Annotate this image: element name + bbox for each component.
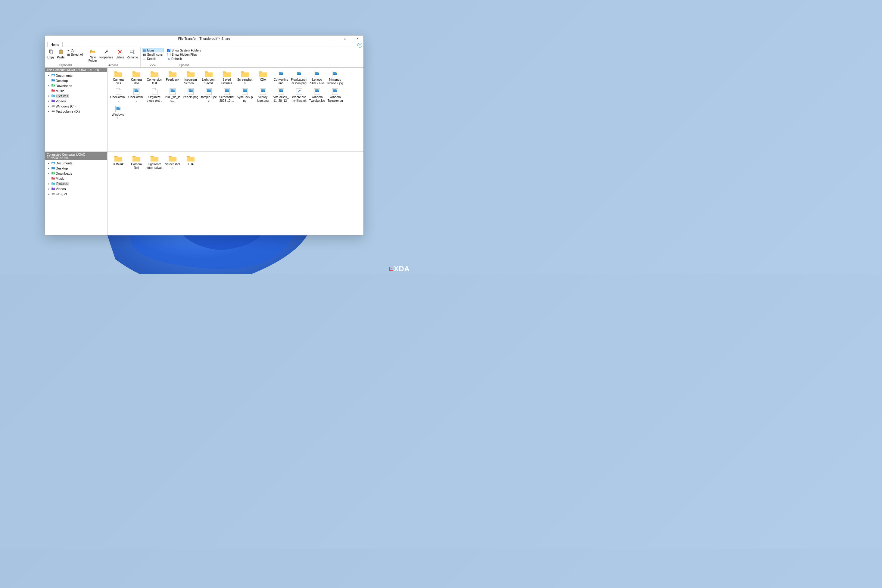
tree-item-os-c-[interactable]: ▸OS (C:) <box>45 192 107 196</box>
file-item[interactable]: 3DMark <box>110 154 127 170</box>
tree-item-desktop[interactable]: ▸Desktop <box>45 166 107 171</box>
folder-icon <box>186 70 195 78</box>
file-item[interactable]: Screenshots <box>164 154 181 170</box>
refresh-button[interactable]: ↻Refresh <box>166 57 201 61</box>
folder-icon <box>168 70 177 78</box>
tree-caret-icon[interactable]: ▸ <box>47 74 50 77</box>
tree-label: Music <box>56 89 64 93</box>
tree-item-videos[interactable]: ▸Videos <box>45 99 107 104</box>
file-grid-top[interactable]: Camera picsCamera RollConversion testFee… <box>108 68 363 151</box>
tree-item-music[interactable]: Music <box>45 176 107 181</box>
file-item[interactable]: VirtualBox_11_20_12_2... <box>272 87 290 103</box>
file-item[interactable]: FlowLauncher icon.png <box>290 69 308 86</box>
close-button[interactable]: ✕ <box>351 36 363 42</box>
file-label: Lenovo Slim 7 Pro X di... <box>309 78 325 85</box>
tree-caret-icon[interactable]: ▸ <box>47 110 50 112</box>
view-small-icons-button[interactable]: ▤Small Icons <box>142 53 164 57</box>
tree-caret-icon[interactable]: ▸ <box>47 94 50 97</box>
file-item[interactable]: Camera Roll <box>128 154 145 170</box>
file-item[interactable]: Saved Pictures <box>218 69 236 86</box>
tree-item-pictures[interactable]: ▸Pictures <box>45 181 107 186</box>
tree-caret-icon[interactable]: ▸ <box>47 193 50 195</box>
file-item[interactable]: XDA <box>182 154 200 170</box>
file-item[interactable]: SyncBack.png <box>236 87 254 103</box>
tree-item-documents[interactable]: ▸Documents <box>45 161 107 166</box>
tree-item-windows-c-[interactable]: ▸Windows (C:) <box>45 104 107 109</box>
view-icons-button[interactable]: ▦Icons <box>142 48 164 52</box>
show-system-folders-checkbox[interactable]: Show System Folders <box>166 48 201 52</box>
tree-caret-icon[interactable]: ▸ <box>47 167 50 170</box>
tree-caret-icon[interactable]: ▸ <box>47 162 50 165</box>
file-item[interactable]: Camera pics <box>110 69 127 86</box>
paste-button[interactable]: Paste <box>56 48 66 60</box>
file-item[interactable]: Conversion test <box>146 69 163 86</box>
tree-item-pictures[interactable]: ▸Pictures <box>45 93 107 99</box>
tree-caret-icon[interactable]: ▸ <box>47 100 50 102</box>
tree-item-music[interactable]: Music <box>45 88 107 93</box>
svg-point-52 <box>282 89 282 90</box>
delete-button[interactable]: Delete <box>114 48 126 60</box>
select-all-button[interactable]: ▦Select All <box>66 53 85 57</box>
file-item[interactable]: OneComm... <box>128 87 145 103</box>
tree-label: Test volume (D:) <box>56 110 80 113</box>
file-item[interactable]: Screenshots <box>236 69 254 86</box>
file-item[interactable]: PeaZip.png <box>182 87 200 103</box>
file-item[interactable]: Windows-1... <box>110 105 127 121</box>
tree-item-test-volume-d-[interactable]: ▸Test volume (D:) <box>45 109 107 114</box>
file-item[interactable]: Screenshot 2023-12-... <box>218 87 236 103</box>
rename-button[interactable]: Rename <box>126 48 140 60</box>
file-item[interactable]: Organize these pict... <box>146 87 163 103</box>
folder-vid-icon <box>51 99 55 103</box>
tree-caret-icon[interactable]: ▸ <box>47 183 50 185</box>
file-item[interactable]: Icecream Screen ... <box>182 69 200 86</box>
image-icon <box>330 88 340 96</box>
tree-caret-icon[interactable]: ▸ <box>47 188 50 190</box>
file-item[interactable]: Feedback <box>164 69 181 86</box>
file-item[interactable]: Lightroom Saved Photos <box>200 69 218 86</box>
folder-icon <box>114 70 123 78</box>
file-grid-bottom[interactable]: 3DMarkCamera RollLightroom fotos salvasS… <box>108 152 363 236</box>
file-item[interactable]: Nintendo store-12.jpg <box>326 69 344 86</box>
file-item[interactable]: PDF_file_ico... <box>164 87 181 103</box>
file-item[interactable]: XDA <box>254 69 272 86</box>
view-details-button[interactable]: ☰Details <box>142 57 164 61</box>
tree-item-videos[interactable]: ▸Videos <box>45 186 107 192</box>
file-label: Screenshots <box>237 78 253 85</box>
file-item[interactable]: Where are my files.lnk <box>290 87 308 103</box>
file-item[interactable]: Camera Roll <box>128 69 145 86</box>
help-button[interactable]: ? <box>357 43 362 48</box>
tree-item-documents[interactable]: ▸Documents <box>45 73 107 78</box>
file-item[interactable]: Ventoy logo.png <box>254 87 272 103</box>
copy-button[interactable]: Copy <box>46 48 56 60</box>
tree-label: Desktop <box>56 79 68 82</box>
file-label: OneComm... <box>128 96 144 103</box>
svg-point-37 <box>191 89 192 90</box>
show-hidden-files-checkbox[interactable]: Show Hidden Files <box>166 53 201 57</box>
properties-button[interactable]: Properties <box>98 48 114 60</box>
file-item[interactable]: Converting and renam... <box>272 69 290 86</box>
tree-label: Videos <box>56 187 66 190</box>
file-item[interactable]: Lenovo Slim 7 Pro X di... <box>308 69 326 86</box>
tree-caret-icon[interactable]: ▸ <box>47 172 50 175</box>
tree-caret-icon[interactable]: ▸ <box>47 84 50 87</box>
file-item[interactable]: Lightroom fotos salvas <box>146 154 163 170</box>
file-item[interactable]: OneComm... <box>110 87 127 103</box>
file-label: Feedback <box>166 78 179 82</box>
file-item[interactable]: Winaero Tweaker.ico <box>308 87 326 103</box>
folder-doc-icon <box>51 73 55 78</box>
folder-icon <box>240 70 250 78</box>
tab-home[interactable]: Home <box>47 42 63 47</box>
tree-caret-icon[interactable]: ▸ <box>47 105 50 108</box>
svg-rect-1 <box>50 51 53 54</box>
file-item[interactable]: Winaero Tweaker.png <box>326 87 344 103</box>
file-item[interactable]: sample1.jpeg <box>200 87 218 103</box>
tree-item-downloads[interactable]: ▸Downloads <box>45 83 107 88</box>
cut-button[interactable]: ✂Cut <box>66 48 85 52</box>
link-icon <box>294 88 304 96</box>
tree-item-desktop[interactable]: Desktop <box>45 78 107 83</box>
new-folder-button[interactable]: New Folder <box>87 48 98 63</box>
minimize-button[interactable]: — <box>327 36 339 42</box>
tree-item-downloads[interactable]: ▸Downloads <box>45 171 107 176</box>
maximize-button[interactable]: □ <box>339 36 351 42</box>
file-label: sample1.jpeg <box>201 96 217 103</box>
